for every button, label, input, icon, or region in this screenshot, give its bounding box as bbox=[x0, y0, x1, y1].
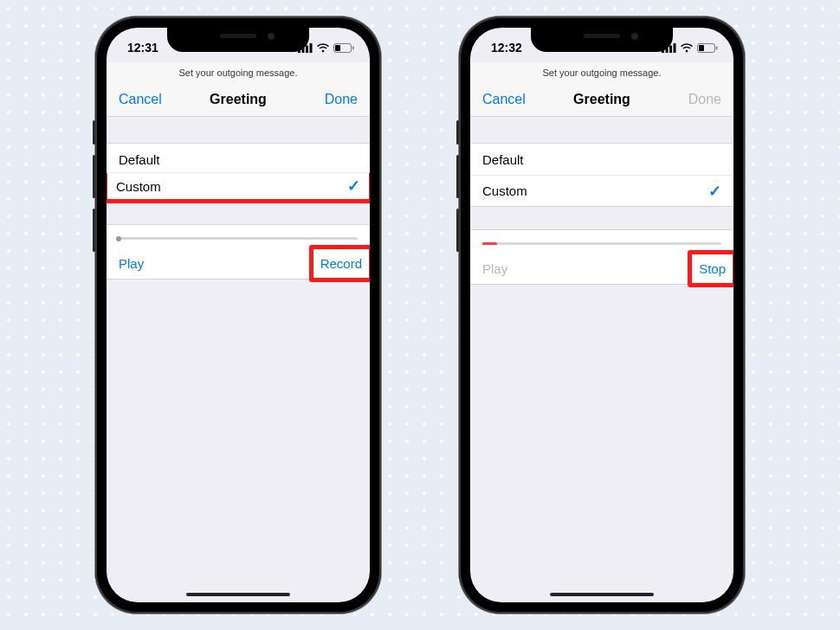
battery-icon bbox=[697, 43, 718, 53]
notch bbox=[167, 28, 309, 52]
list-item-label: Default bbox=[119, 152, 160, 167]
list-item-default[interactable]: Default bbox=[470, 144, 733, 175]
play-button[interactable]: Play bbox=[119, 256, 144, 271]
nav-bar: Cancel Greeting Done bbox=[107, 85, 370, 117]
cancel-button[interactable]: Cancel bbox=[482, 92, 534, 107]
home-indicator[interactable] bbox=[550, 593, 654, 596]
done-button: Done bbox=[669, 92, 721, 107]
battery-icon bbox=[333, 43, 354, 53]
wifi-icon bbox=[316, 43, 330, 53]
progress-slider[interactable] bbox=[482, 242, 721, 245]
stop-button[interactable]: Stop bbox=[688, 250, 733, 287]
nav-bar: Cancel Greeting Done bbox=[470, 85, 733, 117]
greeting-options-list: Default Custom ✓ bbox=[470, 143, 733, 207]
record-button-label: Record bbox=[320, 256, 362, 271]
progress-fill bbox=[482, 242, 497, 245]
checkmark-icon: ✓ bbox=[347, 177, 360, 196]
list-item-label: Custom bbox=[116, 179, 161, 194]
play-button: Play bbox=[482, 261, 507, 276]
wifi-icon bbox=[680, 43, 694, 53]
home-indicator[interactable] bbox=[186, 593, 290, 596]
svg-rect-2 bbox=[306, 45, 308, 53]
svg-rect-10 bbox=[674, 43, 676, 53]
svg-rect-12 bbox=[699, 45, 704, 51]
page-title: Greeting bbox=[210, 92, 267, 107]
svg-rect-6 bbox=[352, 46, 354, 49]
screen: 12:31 Set your outgoing message. Cancel … bbox=[107, 28, 370, 602]
checkmark-icon: ✓ bbox=[708, 182, 721, 201]
list-item-custom[interactable]: Custom ✓ bbox=[470, 175, 733, 206]
subheader-text: Set your outgoing message. bbox=[470, 62, 733, 85]
playback-actions: Play Record bbox=[107, 248, 370, 280]
status-time: 12:32 bbox=[491, 35, 522, 55]
notch bbox=[531, 28, 673, 52]
svg-rect-3 bbox=[310, 43, 313, 53]
list-item-default[interactable]: Default bbox=[107, 144, 370, 175]
screen: 12:32 Set your outgoing message. Cancel … bbox=[470, 28, 733, 602]
stop-button-label: Stop bbox=[699, 261, 726, 276]
svg-rect-13 bbox=[716, 46, 718, 49]
status-time: 12:31 bbox=[127, 35, 158, 55]
progress-slider[interactable] bbox=[119, 237, 358, 240]
progress-thumb[interactable] bbox=[116, 236, 121, 241]
svg-rect-5 bbox=[335, 45, 340, 51]
phone-right: 12:32 Set your outgoing message. Cancel … bbox=[459, 16, 745, 614]
svg-rect-9 bbox=[669, 45, 672, 53]
record-button[interactable]: Record bbox=[309, 245, 370, 282]
cancel-button[interactable]: Cancel bbox=[119, 92, 171, 107]
done-button[interactable]: Done bbox=[306, 92, 358, 107]
subheader-text: Set your outgoing message. bbox=[107, 62, 370, 85]
greeting-options-list: Default Custom ✓ bbox=[107, 143, 370, 202]
page-title: Greeting bbox=[573, 92, 630, 107]
list-item-label: Default bbox=[482, 152, 524, 167]
playback-actions: Play Stop bbox=[470, 254, 733, 285]
phone-left: 12:31 Set your outgoing message. Cancel … bbox=[95, 16, 381, 614]
list-item-custom[interactable]: Custom ✓ bbox=[107, 172, 370, 203]
list-item-label: Custom bbox=[482, 183, 527, 198]
